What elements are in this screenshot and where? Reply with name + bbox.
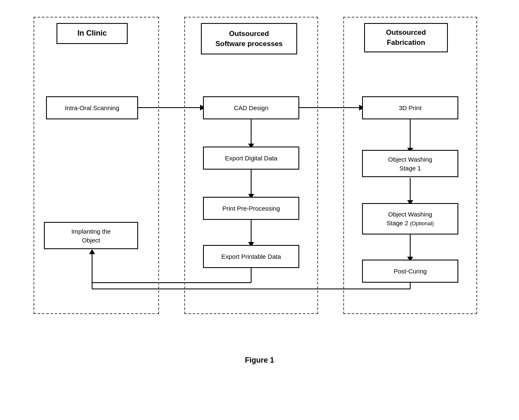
- node-object-washing-stage2: Object WashingStage 2 (Optional): [362, 203, 458, 234]
- figure-caption: Figure 1: [245, 356, 274, 365]
- node-intra-oral-scanning: Intra-Oral Scanning: [46, 96, 138, 119]
- node-post-curing: Post-Curing: [362, 260, 458, 283]
- node-export-digital-data: Export Digital Data: [203, 147, 299, 170]
- region-in-clinic: [33, 17, 159, 314]
- title-in-clinic: In Clinic: [57, 23, 128, 44]
- diagram-area: In Clinic OutsourcedSoftware processes O…: [29, 13, 490, 339]
- node-3d-print: 3D Print: [362, 96, 458, 119]
- node-cad-design: CAD Design: [203, 96, 299, 119]
- node-object-washing-stage1: Object WashingStage 1: [362, 150, 458, 177]
- node-export-printable-data: Export Printable Data: [203, 245, 299, 268]
- node-print-pre-processing: Print Pre-Processing: [203, 197, 299, 220]
- title-outsourced-software: OutsourcedSoftware processes: [201, 23, 297, 54]
- title-outsourced-fabrication: OutsourcedFabrication: [364, 23, 448, 52]
- node-implanting-object: Implanting theObject: [44, 222, 138, 249]
- diagram-wrapper: In Clinic OutsourcedSoftware processes O…: [17, 13, 502, 365]
